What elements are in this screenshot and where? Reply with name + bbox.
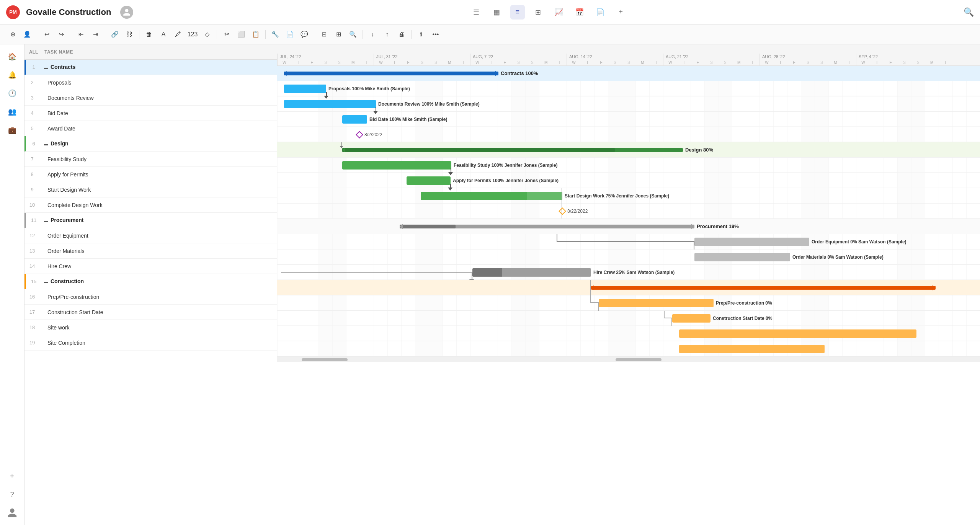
split-button[interactable]: ⊟ [317,28,330,41]
undo-button[interactable]: ↩ [40,28,53,41]
nav-home-icon[interactable]: 🏠 [5,49,20,64]
add-user-button[interactable]: 👤 [21,28,34,41]
doc-button[interactable]: 📄 [283,28,296,41]
task-row[interactable]: 1 ▬Contracts [24,60,277,75]
link2-button[interactable]: ⛓ [123,28,136,41]
gantt-view-icon[interactable]: ≡ [510,5,525,20]
more-button[interactable]: ••• [429,28,442,41]
task-row[interactable]: 19 Site Completion [24,335,277,351]
task-num: 1 [26,64,41,70]
task-row[interactable]: 4 Bid Date [24,106,277,121]
nav-add-icon[interactable]: + [5,468,20,484]
zoom-button[interactable]: 🔍 [346,28,359,41]
task-name: Hire Crew [40,263,71,269]
task-row[interactable]: 17 Construction Start Date [24,305,277,320]
delete-button[interactable]: 🗑 [142,28,155,41]
table-view-icon[interactable]: ⊞ [531,5,546,20]
gantt-bar-order-mat[interactable]: Order Materials 0% Sam Watson (Sample) [694,253,790,261]
bottom-scrollbar[interactable] [277,357,980,362]
gantt-row-5: 8/2/2022 [277,127,980,142]
task-row[interactable]: 3 Documents Review [24,90,277,106]
task-row[interactable]: 13 Order Materials [24,243,277,259]
week-label: JUL, 24 '22 [278,54,374,60]
calendar-view-icon[interactable]: 📅 [572,5,587,20]
user-avatar[interactable] [120,6,133,19]
gantt-bar-prep[interactable]: Prep/Pre-construction 0% [599,299,714,307]
paste-button[interactable]: 📋 [249,28,262,41]
nav-people-icon[interactable]: 👥 [5,104,20,119]
gantt-bar-bid[interactable]: Bid Date 100% Mike Smith (Sample) [342,115,367,124]
task-row[interactable]: 18 Site work [24,320,277,335]
task-row[interactable]: 12 Order Equipment [24,228,277,243]
task-row[interactable]: 10 Complete Design Work [24,197,277,213]
nav-bell-icon[interactable]: 🔔 [5,67,20,83]
print-button[interactable]: 🖨 [395,28,408,41]
export-button[interactable]: ↓ [366,28,379,41]
upload-button[interactable]: ↑ [381,28,394,41]
task-row[interactable]: 5 Award Date [24,121,277,136]
task-row[interactable]: 9 Start Design Work [24,182,277,197]
scroll-thumb-2[interactable] [616,358,662,361]
task-list-header: ALL TASK NAME [24,44,277,60]
task-row[interactable]: 8 Apply for Permits [24,167,277,182]
bar-view-icon[interactable]: ▦ [490,5,504,20]
file-view-icon[interactable]: 📄 [593,5,608,20]
scroll-thumb[interactable] [302,358,348,361]
gantt-bar-design[interactable]: Design 80% [342,146,683,154]
nav-help-icon[interactable]: ? [5,487,20,502]
wrench-button[interactable]: 🔧 [269,28,282,41]
gantt-bar-site-work[interactable] [679,329,916,338]
milestone-diamond-gold[interactable] [559,207,566,215]
link-button[interactable]: 🔗 [108,28,121,41]
task-row[interactable]: 2 Proposals [24,75,277,90]
comment-button[interactable]: 💬 [298,28,311,41]
nav-user-icon[interactable] [5,505,20,520]
redo-button[interactable]: ↪ [55,28,68,41]
task-name-header: TASK NAME [44,49,73,55]
gantt-bar-permits[interactable]: Apply for Permits 100% Jennifer Jones (S… [407,176,451,185]
gantt-bar-construction[interactable] [591,284,936,292]
gantt-bar-contracts[interactable]: Contracts 100% [284,69,498,78]
week-label: AUG, 21 '22 [663,54,760,60]
task-name: Site Completion [40,340,85,346]
gantt-bar-hire-crew[interactable]: Hire Crew 25% Sam Watson (Sample) [472,268,591,277]
task-row[interactable]: 7 Feasibility Study [24,152,277,167]
info-button[interactable]: ℹ [415,28,428,41]
task-name: Feasibility Study [40,156,87,162]
diamond-button[interactable]: ◇ [201,28,214,41]
font-button[interactable]: A [157,28,170,41]
add-view-icon[interactable]: + [614,5,628,20]
unindent-button[interactable]: ⇤ [74,28,87,41]
gantt-bar-feasibility[interactable]: Feasibility Study 100% Jennifer Jones (S… [342,161,451,170]
gantt-panel[interactable]: JUL, 24 '22 W T F S S M T JUL, 31 '22 W [277,44,980,525]
table-btn[interactable]: ⊞ [332,28,345,41]
gantt-row-9: Start Design Work 75% Jennifer Jones (Sa… [277,188,980,204]
list-view-icon[interactable]: ☰ [469,5,483,20]
number-button[interactable]: 123 [186,28,199,41]
highlight-button[interactable]: 🖍 [172,28,185,41]
milestone-diamond[interactable] [356,131,363,139]
add-task-button[interactable]: ⊕ [6,28,19,41]
gantt-bar-design-work[interactable]: Start Design Work 75% Jennifer Jones (Sa… [421,192,562,200]
task-row[interactable]: 11 ▬Procurement [24,213,277,228]
gantt-bar-const-start[interactable]: Construction Start Date 0% [672,314,710,323]
task-row[interactable]: 15 ▬Construction [24,274,277,289]
task-row[interactable]: 6 ▬Design [24,136,277,152]
gantt-bar-procurement[interactable]: Procurement 19% [400,222,694,231]
bar-label: Start Design Work 75% Jennifer Jones (Sa… [565,193,669,199]
cut-button[interactable]: ✂ [220,28,233,41]
task-name: Construction Start Date [40,309,103,315]
copy-button[interactable]: ⬜ [235,28,248,41]
gantt-row-1: Contracts 100% [277,66,980,81]
gantt-bar-proposals[interactable]: Proposals 100% Mike Smith (Sample) [284,85,326,93]
task-row[interactable]: 16 Prep/Pre-construction [24,289,277,305]
gantt-bar-order-equip[interactable]: Order Equipment 0% Sam Watson (Sample) [694,238,809,246]
task-row[interactable]: 14 Hire Crew [24,259,277,274]
gantt-bar-site-complete[interactable] [679,345,825,353]
gantt-bar-docs[interactable]: Documents Review 100% Mike Smith (Sample… [284,100,376,108]
nav-clock-icon[interactable]: 🕐 [5,86,20,101]
nav-briefcase-icon[interactable]: 💼 [5,122,20,138]
indent-button[interactable]: ⇥ [89,28,102,41]
chart-view-icon[interactable]: 📈 [552,5,566,20]
search-icon[interactable]: 🔍 [964,7,974,17]
